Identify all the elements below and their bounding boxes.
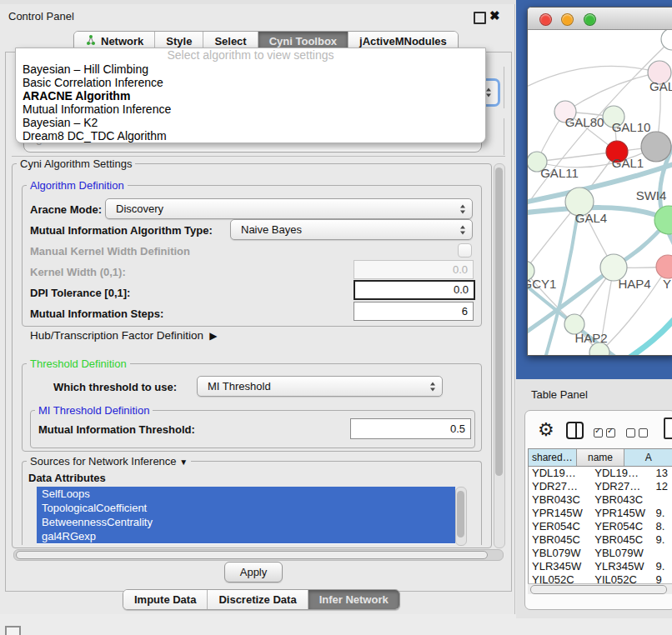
network-node-label: GAL1 — [612, 156, 644, 170]
table-row[interactable]: YBR043C YBR043C — [529, 493, 672, 507]
close-traffic-light[interactable] — [539, 13, 552, 26]
network-node-label: GAL10 — [612, 120, 651, 134]
cell-value: 13 — [653, 467, 672, 480]
dropdown-item[interactable]: Dream8 DC_TDC Algorithm — [16, 129, 485, 142]
network-edge[interactable] — [537, 152, 617, 162]
table-row[interactable]: YER054C YER054C 8. — [529, 520, 672, 533]
network-edge[interactable] — [528, 66, 659, 92]
table-header-cell[interactable]: name — [577, 449, 625, 466]
network-node[interactable] — [656, 255, 672, 278]
table-row[interactable]: YDR27… YDR27… 12 — [529, 480, 672, 493]
group-border-fragment — [12, 156, 505, 157]
attribute-item-label: gal4RGexp — [42, 530, 96, 542]
cell-name: YBL079W — [591, 547, 652, 560]
mi-threshold-label: Mutual Information Threshold: — [38, 423, 195, 436]
table-row[interactable]: YDL19… YDL19… 13 — [529, 467, 672, 480]
cell-name: YLR345W — [591, 560, 652, 573]
bottom-tab[interactable]: Discretize Data — [208, 590, 308, 609]
bottom-tab[interactable]: Infer Network — [308, 590, 399, 609]
table-header-cell[interactable]: shared… — [529, 449, 577, 466]
chevron-down-icon: ▼ — [179, 458, 188, 467]
manual-kernel-checkbox[interactable] — [458, 243, 472, 258]
apply-button[interactable]: Apply — [224, 562, 283, 582]
document-icon[interactable] — [664, 418, 672, 439]
attribute-item[interactable]: BetweennessCentrality — [37, 515, 455, 529]
dropdown-item-label: Dream8 DC_TDC Algorithm — [23, 129, 167, 142]
tab-label: Select — [214, 35, 246, 48]
mi-threshold-group-title: MI Threshold Definition — [35, 404, 153, 417]
cell-shared-name: YPR145W — [529, 507, 591, 520]
mi-type-value: Naive Bayes — [241, 223, 302, 236]
cell-value: 9. — [653, 533, 672, 547]
dropdown-placeholder: Select algorithm to view settings — [16, 48, 485, 62]
float-icon[interactable] — [474, 12, 486, 24]
kernel-width-input[interactable]: 0.0 — [354, 260, 474, 279]
cell-name: YPR145W — [591, 507, 652, 520]
zoom-traffic-light[interactable] — [584, 13, 596, 26]
cell-shared-name: YIL052C — [529, 573, 591, 583]
mini-panel-icon[interactable] — [5, 626, 21, 635]
dropdown-item[interactable]: Bayesian – Hill Climbing — [16, 62, 485, 76]
table-row[interactable]: YBR045C YBR045C 9. — [529, 533, 672, 547]
table-row[interactable]: YPR145W YPR145W 9. — [529, 507, 672, 520]
cell-shared-name: YLR345W — [529, 560, 591, 573]
table-row[interactable]: YBL079W YBL079W — [529, 547, 672, 560]
kernel-width-label: Kernel Width (0,1): — [30, 266, 126, 278]
hub-definition-toggle[interactable]: Hub/Transcription Factor Definition ▶ — [30, 329, 217, 342]
mi-threshold-input[interactable]: 0.5 — [350, 418, 471, 439]
deselect-all-icon[interactable] — [626, 426, 651, 441]
settings-horizontal-scrollbar-thumb[interactable] — [16, 551, 488, 559]
minimize-traffic-light[interactable] — [561, 13, 574, 26]
network-node[interactable] — [661, 30, 672, 50]
which-threshold-label: Which threshold to use: — [53, 381, 177, 393]
table-horizontal-scrollbar-thumb[interactable] — [530, 585, 667, 594]
table-header-cell[interactable]: A — [624, 449, 672, 466]
network-node-label: GAL11 — [540, 166, 579, 180]
screen: Control Panel ✖ Network Style — [0, 0, 672, 635]
network-node-label: GAL80 — [565, 115, 604, 129]
gear-icon[interactable]: ⚙ — [538, 421, 554, 439]
mi-type-select[interactable]: Naive Bayes — [230, 219, 473, 240]
dropdown-item[interactable]: Mutual Information Inference — [16, 102, 485, 116]
cell-name: YBR045C — [591, 533, 652, 547]
table-horizontal-scrollbar[interactable] — [528, 583, 672, 594]
network-node[interactable] — [641, 132, 671, 162]
dropdown-item[interactable]: ARACNE Algorithm — [16, 89, 485, 102]
sources-group-title[interactable]: Sources for Network Inference ▼ — [27, 455, 191, 468]
attributes-scrollbar-thumb[interactable] — [457, 491, 464, 538]
aracne-mode-select[interactable]: Discovery — [105, 198, 473, 219]
settings-vertical-scrollbar-thumb[interactable] — [495, 168, 503, 476]
network-window-titlebar[interactable] — [528, 8, 672, 30]
tab-label: Style — [166, 35, 192, 48]
dropdown-item[interactable]: Basic Correlation Inference — [16, 76, 485, 89]
manual-kernel-label: Manual Kernel Width Definition — [30, 245, 190, 258]
dpi-tolerance-input[interactable]: 0.0 — [354, 280, 475, 300]
network-node-label: GAL — [649, 79, 672, 93]
cell-shared-name: YDR27… — [529, 480, 591, 493]
attribute-item[interactable]: gal4RGexp — [37, 529, 455, 543]
dpi-tolerance-label: DPI Tolerance [0,1]: — [30, 287, 130, 299]
which-threshold-select[interactable]: MI Threshold — [197, 376, 443, 397]
tab-label: Cyni Toolbox — [269, 35, 337, 48]
attribute-item[interactable]: TopologicalCoefficient — [37, 501, 455, 515]
table-body: YDL19… YDL19… 13 YDR27… YDR27… 12 YBR043… — [528, 467, 672, 583]
network-edge[interactable] — [626, 315, 672, 355]
table-row[interactable]: YIL052C YIL052C 9 — [529, 573, 672, 583]
settings-vertical-scrollbar[interactable] — [494, 163, 505, 548]
attributes-vertical-scrollbar[interactable] — [455, 487, 467, 546]
cell-value: 9. — [653, 507, 672, 520]
bottom-tab-label: Impute Data — [134, 593, 196, 606]
cell-value: 12 — [653, 480, 672, 493]
select-all-icon[interactable]: ✓✓ — [594, 426, 619, 441]
dropdown-item[interactable]: Bayesian – K2 — [16, 116, 485, 129]
tab-label: jActiveMNodules — [359, 35, 447, 48]
bottom-tab[interactable]: Impute Data — [123, 590, 208, 609]
attribute-item[interactable]: SelfLoops — [37, 487, 455, 501]
close-icon[interactable]: ✖ — [489, 10, 500, 22]
settings-horizontal-scrollbar[interactable] — [13, 549, 504, 561]
network-canvas[interactable]: GALGAL80GAL10GAL1GAL11SWI4GAL4GCY1HAP4YH… — [528, 30, 672, 355]
mi-steps-input[interactable]: 6 — [354, 302, 474, 321]
column-layout-icon[interactable] — [566, 422, 584, 439]
unchecked-box-icon — [639, 428, 648, 438]
table-row[interactable]: YLR345W YLR345W 9. — [529, 560, 672, 573]
